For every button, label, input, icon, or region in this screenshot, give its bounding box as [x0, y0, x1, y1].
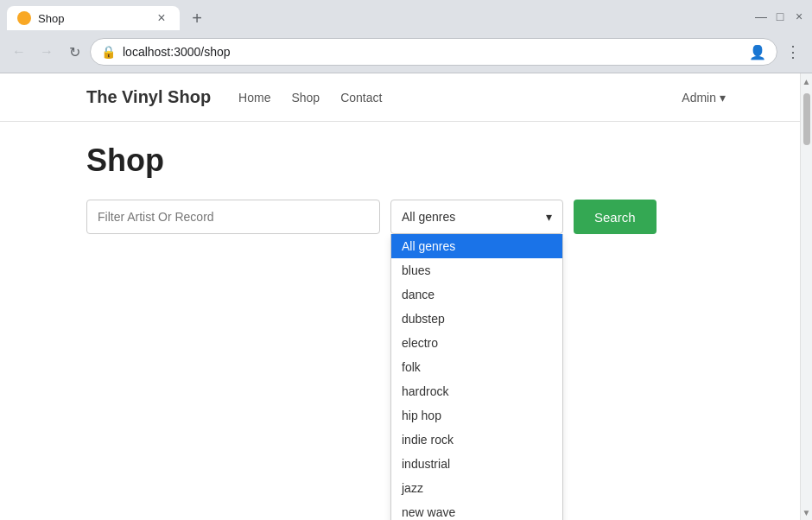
scroll-up-arrow[interactable]: ▲ [799, 73, 812, 90]
site-title: The Vinyl Shop [86, 87, 211, 107]
genre-select-wrapper: All genres ▾ All genresbluesdancedubstep… [390, 200, 563, 234]
browser-menu-button[interactable]: ⋮ [781, 40, 805, 64]
tab-title: Shop [38, 12, 64, 25]
nav-link-contact[interactable]: Contact [340, 91, 382, 105]
nav-links: Home Shop Contact [238, 91, 382, 105]
url-bar[interactable]: 🔒 localhost:3000/shop 👤 [90, 38, 777, 66]
genre-option-indie-rock[interactable]: indie rock [391, 428, 562, 452]
search-button[interactable]: Search [574, 200, 657, 234]
admin-label: Admin [682, 91, 716, 105]
reload-button[interactable]: ↻ [62, 40, 86, 64]
genre-option-all[interactable]: All genres [391, 234, 562, 258]
genre-select-button[interactable]: All genres ▾ [390, 200, 563, 234]
genre-option-dance[interactable]: dance [391, 282, 562, 307]
admin-chevron-icon: ▾ [720, 91, 726, 105]
browser-chrome: Shop × + — □ × ← → ↻ 🔒 localhost:3000/sh… [0, 0, 812, 73]
page-scrollbar[interactable]: ▲ ▼ [800, 73, 812, 520]
new-tab-button[interactable]: + [185, 6, 209, 30]
url-text: localhost:3000/shop [123, 45, 742, 59]
window-controls: — □ × [755, 10, 805, 26]
profile-icon: 👤 [749, 44, 766, 60]
browser-tab[interactable]: Shop × [7, 6, 180, 30]
genre-dropdown: All genresbluesdancedubstepelectrofolkha… [390, 234, 563, 520]
genre-option-dubstep[interactable]: dubstep [391, 307, 562, 331]
page-content: The Vinyl Shop Home Shop Contact Admin ▾… [0, 73, 812, 520]
filter-row: All genres ▾ All genresbluesdancedubstep… [86, 200, 726, 234]
tab-close-button[interactable]: × [154, 10, 169, 26]
genre-selected-label: All genres [402, 210, 455, 224]
genre-option-folk[interactable]: folk [391, 355, 562, 379]
lock-icon: 🔒 [101, 45, 116, 59]
title-bar: Shop × + — □ × [0, 0, 812, 31]
genre-option-new-wave[interactable]: new wave [391, 500, 562, 520]
genre-chevron-icon: ▾ [546, 210, 552, 224]
tab-favicon [17, 11, 31, 25]
genre-option-jazz[interactable]: jazz [391, 476, 562, 500]
scroll-down-arrow[interactable]: ▼ [799, 504, 812, 520]
admin-menu-button[interactable]: Admin ▾ [682, 91, 726, 105]
genre-option-electro[interactable]: electro [391, 331, 562, 355]
close-button[interactable]: × [793, 10, 805, 22]
address-bar: ← → ↻ 🔒 localhost:3000/shop 👤 ⋮ [0, 31, 812, 73]
page-heading: Shop [86, 143, 726, 179]
genre-option-industrial[interactable]: industrial [391, 452, 562, 476]
genre-option-hardrock[interactable]: hardrock [391, 379, 562, 403]
minimize-button[interactable]: — [755, 10, 767, 22]
forward-button[interactable]: → [35, 40, 59, 64]
filter-artist-input[interactable] [86, 200, 380, 234]
genre-option-blues[interactable]: blues [391, 258, 562, 282]
scrollbar-thumb[interactable] [803, 93, 810, 145]
back-button[interactable]: ← [7, 40, 31, 64]
navbar: The Vinyl Shop Home Shop Contact Admin ▾ [0, 73, 812, 122]
genre-option-hip-hop[interactable]: hip hop [391, 403, 562, 428]
main-content: Shop All genres ▾ All genresbluesdancedu… [0, 122, 812, 255]
maximize-button[interactable]: □ [774, 10, 786, 22]
nav-link-shop[interactable]: Shop [291, 91, 320, 105]
nav-link-home[interactable]: Home [238, 91, 270, 105]
